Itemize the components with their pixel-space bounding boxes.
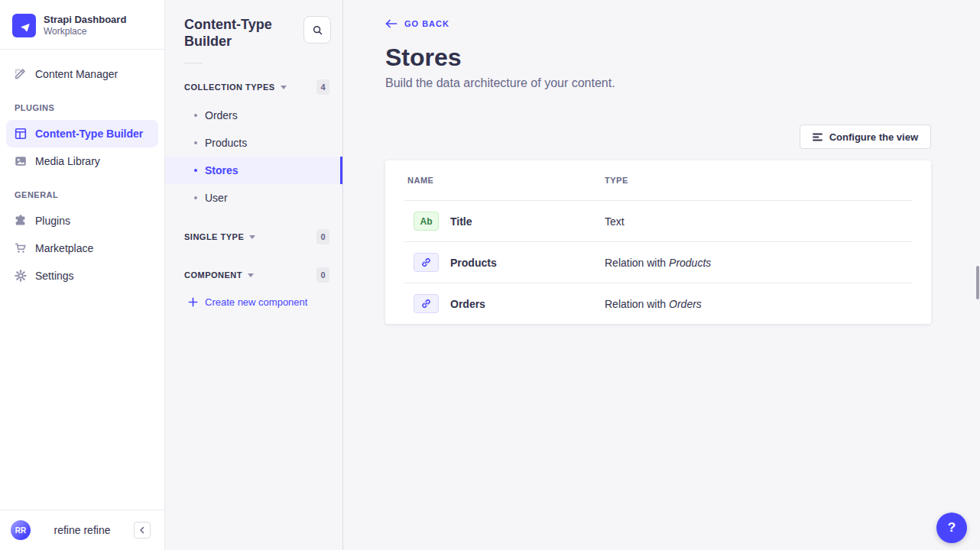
configure-view-button[interactable]: Configure the view <box>800 125 931 149</box>
collection-type-item-user[interactable]: User <box>165 184 342 212</box>
spacer <box>165 251 342 260</box>
single-type-count-badge: 0 <box>316 229 329 244</box>
user-name: refine refine <box>31 524 134 536</box>
sidebar-collapse-button[interactable] <box>134 522 151 539</box>
sidebar-section-plugins: PLUGINS <box>0 88 164 120</box>
subnav-rule <box>184 63 203 63</box>
main-sidebar: Strapi Dashboard Workplace Content Manag… <box>0 0 165 550</box>
column-header-name: NAME <box>407 176 605 185</box>
component-section-header[interactable]: COMPONENT 0 <box>165 260 342 290</box>
table-row[interactable]: Orders Relation with Orders <box>385 283 931 324</box>
sidebar-item-content-type-builder[interactable]: Content-Type Builder <box>6 120 158 147</box>
collection-types-list: Orders Products Stores User <box>165 102 342 212</box>
text-field-icon: Ab <box>414 212 439 231</box>
workspace-subtitle: Workplace <box>44 26 126 37</box>
fields-table: NAME TYPE Ab Title Text <box>385 160 931 324</box>
sidebar-item-content-manager[interactable]: Content Manager <box>6 60 158 88</box>
help-button[interactable]: ? <box>936 513 967 543</box>
collection-type-label: User <box>205 192 228 204</box>
page-title: Stores <box>385 43 931 72</box>
bullet-icon <box>194 141 197 144</box>
component-count-badge: 0 <box>316 267 329 283</box>
arrow-left-icon <box>385 19 398 28</box>
field-name: Orders <box>450 298 485 310</box>
subnav-title: Content-Type Builder <box>184 16 291 50</box>
single-type-section-header[interactable]: SINGLE TYPE 0 <box>165 222 342 251</box>
plus-icon <box>188 297 198 307</box>
field-type-text: Text <box>605 215 625 228</box>
relation-icon <box>414 253 439 272</box>
toolbar: Configure the view <box>385 125 931 149</box>
main-content: GO BACK Stores Build the data architectu… <box>343 0 980 550</box>
single-type-label: SINGLE TYPE <box>184 232 244 241</box>
collection-types-section-header[interactable]: COLLECTION TYPES 4 <box>165 73 342 102</box>
sidebar-item-label: Content Manager <box>35 68 118 80</box>
sidebar-top-nav: Content Manager <box>0 50 164 88</box>
field-name: Products <box>450 257 497 269</box>
main-inner: GO BACK Stores Build the data architectu… <box>385 0 931 324</box>
chevron-down-icon <box>249 235 255 239</box>
spacer <box>165 212 342 222</box>
table-row[interactable]: Ab Title Text <box>385 201 931 241</box>
settings-icon <box>14 269 28 283</box>
workspace-info: Strapi Dashboard Workplace <box>44 14 126 37</box>
create-new-component-link[interactable]: Create new component <box>165 290 342 315</box>
bullet-icon <box>194 196 197 199</box>
field-name: Title <box>450 215 472 228</box>
relation-icon <box>414 294 439 313</box>
chevron-down-icon <box>281 86 287 89</box>
page-subtitle: Build the data architecture of your cont… <box>385 76 931 90</box>
configure-view-label: Configure the view <box>829 131 918 143</box>
field-name-cell: Products <box>407 253 605 272</box>
chevron-down-icon <box>248 273 254 277</box>
go-back-link[interactable]: GO BACK <box>385 19 449 28</box>
field-type-cell: Relation with Products <box>605 257 931 269</box>
strapi-logo <box>12 14 36 37</box>
sidebar-section-general: GENERAL <box>0 175 164 207</box>
field-type-cell: Text <box>605 215 931 228</box>
field-type-text: Relation with <box>605 298 669 310</box>
collection-type-item-orders[interactable]: Orders <box>165 102 342 129</box>
column-header-type: TYPE <box>605 176 931 185</box>
table-header-row: NAME TYPE <box>385 160 931 200</box>
layout-lines-icon <box>813 133 823 141</box>
field-type-target: Products <box>669 257 711 269</box>
sidebar-item-settings[interactable]: Settings <box>6 262 158 290</box>
sidebar-item-plugins[interactable]: Plugins <box>6 207 158 235</box>
sidebar-item-label: Settings <box>35 270 74 282</box>
field-type-text: Relation with <box>605 257 669 269</box>
field-name-cell: Ab Title <box>407 212 605 231</box>
app-window: Strapi Dashboard Workplace Content Manag… <box>0 0 980 550</box>
field-type-cell: Relation with Orders <box>605 298 931 310</box>
sidebar-item-label: Content-Type Builder <box>35 128 143 140</box>
sidebar-item-media-library[interactable]: Media Library <box>6 147 158 175</box>
collection-types-label: COLLECTION TYPES <box>184 82 275 92</box>
collection-type-item-products[interactable]: Products <box>165 129 342 157</box>
scrollbar-thumb[interactable] <box>976 266 979 299</box>
field-type-target: Orders <box>669 298 702 310</box>
search-button[interactable] <box>303 16 331 44</box>
workspace-title: Strapi Dashboard <box>44 14 126 26</box>
content-manager-icon <box>14 67 28 81</box>
content-type-builder-subnav: Content-Type Builder COLLECTION TYPES 4 … <box>165 0 343 550</box>
table-row[interactable]: Products Relation with Products <box>385 242 931 283</box>
collection-type-label: Stores <box>205 164 239 176</box>
create-new-component-label: Create new component <box>205 296 307 308</box>
bullet-icon <box>194 114 197 117</box>
search-icon <box>312 24 323 36</box>
subnav-header: Content-Type Builder <box>165 0 342 50</box>
sidebar-plugins-nav: Content-Type Builder Media Library <box>0 120 164 175</box>
collection-type-label: Products <box>205 137 247 149</box>
sidebar-item-label: Marketplace <box>35 242 93 254</box>
marketplace-icon <box>14 241 28 255</box>
collection-types-count-badge: 4 <box>316 79 329 95</box>
sidebar-item-label: Media Library <box>35 155 100 167</box>
sidebar-general-nav: Plugins Marketplace <box>0 207 164 290</box>
workspace-switcher[interactable]: Strapi Dashboard Workplace <box>0 0 164 49</box>
user-avatar[interactable]: RR <box>11 520 31 540</box>
media-library-icon <box>14 154 28 168</box>
sidebar-item-marketplace[interactable]: Marketplace <box>6 235 158 262</box>
go-back-label: GO BACK <box>404 19 449 28</box>
component-label: COMPONENT <box>184 270 242 280</box>
collection-type-item-stores[interactable]: Stores <box>165 157 342 184</box>
